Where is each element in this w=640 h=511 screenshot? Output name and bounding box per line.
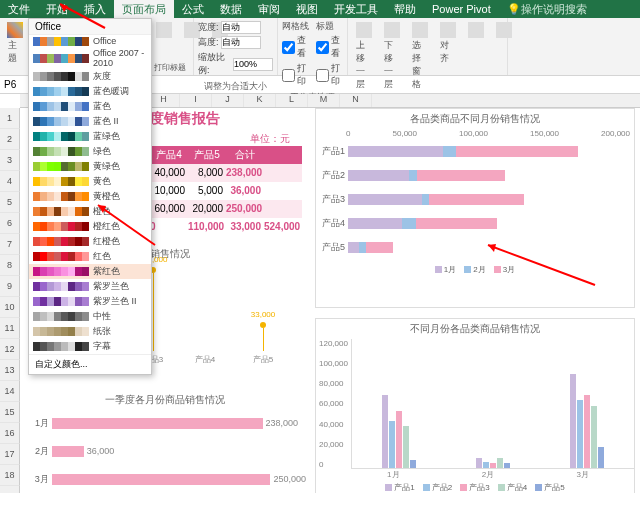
row-header[interactable]: 15 bbox=[0, 402, 20, 423]
chart-grouped-bar[interactable]: 不同月份各品类商品销售情况 020,00040,00060,00080,0001… bbox=[315, 318, 635, 493]
chart-monthly-bar[interactable]: 一季度各月份商品销售情况 1月238,0002月36,0003月250,000 bbox=[20, 390, 310, 493]
chart-stacked-bar[interactable]: 各品类商品不同月份销售情况 050,000100,000150,000200,0… bbox=[315, 108, 635, 308]
tab-help[interactable]: 帮助 bbox=[386, 0, 424, 18]
bar: 3月250,000 bbox=[24, 470, 306, 488]
color-theme-option[interactable]: 橙红色 bbox=[29, 219, 151, 234]
tab-developer[interactable]: 开发工具 bbox=[326, 0, 386, 18]
row-header[interactable]: 2 bbox=[0, 129, 20, 150]
color-theme-option[interactable]: 灰度 bbox=[29, 69, 151, 84]
gridlines-view-check[interactable] bbox=[282, 41, 295, 54]
breaks-icon bbox=[156, 22, 172, 38]
row-header[interactable]: 5 bbox=[0, 192, 20, 213]
rotate-icon bbox=[496, 22, 512, 38]
row-header[interactable]: 9 bbox=[0, 276, 20, 297]
send-backward-icon bbox=[384, 22, 400, 38]
table-row: 0110,00033,000524,000 bbox=[150, 218, 302, 236]
align-button[interactable]: 对齐 bbox=[436, 20, 460, 93]
col-header[interactable]: H bbox=[148, 94, 180, 107]
row-header[interactable]: 8 bbox=[0, 255, 20, 276]
color-theme-option[interactable]: 中性 bbox=[29, 309, 151, 324]
tab-formulas[interactable]: 公式 bbox=[174, 0, 212, 18]
col-header[interactable]: I bbox=[180, 94, 212, 107]
row-header[interactable]: 18 bbox=[0, 465, 20, 486]
row-header[interactable]: 11 bbox=[0, 318, 20, 339]
row-header[interactable]: 10 bbox=[0, 297, 20, 318]
color-theme-option[interactable]: Office bbox=[29, 35, 151, 47]
themes-button[interactable]: 主题 bbox=[4, 20, 25, 67]
tab-powerpivot[interactable]: Power Pivot bbox=[424, 0, 499, 18]
headings-view-check[interactable] bbox=[316, 41, 329, 54]
table-row: 40,0008,000238,000 bbox=[150, 164, 302, 182]
breaks-button[interactable] bbox=[152, 20, 176, 41]
row-header[interactable]: 17 bbox=[0, 444, 20, 465]
send-backward-button[interactable]: 下移一层 bbox=[380, 20, 404, 93]
color-theme-option[interactable]: Office 2007 - 2010 bbox=[29, 47, 151, 69]
chart-title: 一季度各月份商品销售情况 bbox=[20, 390, 310, 410]
headings-label: 标题 bbox=[316, 20, 344, 33]
row-header[interactable]: 19 bbox=[0, 486, 20, 493]
color-theme-option[interactable]: 蓝色 II bbox=[29, 114, 151, 129]
width-input[interactable] bbox=[221, 21, 261, 34]
color-theme-option[interactable]: 黄绿色 bbox=[29, 159, 151, 174]
th-total: 合计 bbox=[226, 146, 264, 164]
bar-group bbox=[476, 458, 510, 468]
scale-label: 缩放比例: bbox=[198, 51, 231, 77]
tab-home[interactable]: 开始 bbox=[38, 0, 76, 18]
color-theme-option[interactable]: 纸张 bbox=[29, 324, 151, 339]
color-theme-option[interactable]: 红橙色 bbox=[29, 234, 151, 249]
tab-page-layout[interactable]: 页面布局 bbox=[114, 0, 174, 18]
col-header[interactable]: K bbox=[244, 94, 276, 107]
bar: 2月36,000 bbox=[24, 442, 306, 460]
tab-insert[interactable]: 插入 bbox=[76, 0, 114, 18]
row-header[interactable]: 4 bbox=[0, 171, 20, 192]
row-header[interactable]: 7 bbox=[0, 234, 20, 255]
report-title: 度销售报告 bbox=[150, 110, 220, 128]
tab-view[interactable]: 视图 bbox=[288, 0, 326, 18]
color-theme-option[interactable]: 黄色 bbox=[29, 174, 151, 189]
headings-print-check[interactable] bbox=[316, 69, 329, 82]
chart-legend: 产品1产品2产品3产品4产品5 bbox=[316, 480, 634, 493]
row-header[interactable]: 16 bbox=[0, 423, 20, 444]
row-header[interactable]: 1 bbox=[0, 108, 20, 129]
col-header[interactable]: L bbox=[276, 94, 308, 107]
table-row: 60,00020,000250,000 bbox=[150, 200, 302, 218]
bring-forward-button[interactable]: 上移一层 bbox=[352, 20, 376, 93]
row-header[interactable]: 12 bbox=[0, 339, 20, 360]
color-theme-option[interactable]: 紫红色 bbox=[29, 264, 151, 279]
tab-data[interactable]: 数据 bbox=[212, 0, 250, 18]
custom-colors-button[interactable]: 自定义颜色... bbox=[29, 354, 151, 374]
color-theme-dropdown[interactable]: Office OfficeOffice 2007 - 2010灰度蓝色暖调蓝色蓝… bbox=[28, 18, 152, 375]
data-table: 产品4 产品5 合计 40,0008,000238,000 10,0005,00… bbox=[150, 146, 302, 236]
color-theme-option[interactable]: 黄橙色 bbox=[29, 189, 151, 204]
tab-file[interactable]: 文件 bbox=[0, 0, 38, 18]
rotate-button[interactable] bbox=[492, 20, 516, 93]
selection-pane-button[interactable]: 选择窗格 bbox=[408, 20, 432, 93]
row-header[interactable]: 6 bbox=[0, 213, 20, 234]
col-header[interactable]: M bbox=[308, 94, 340, 107]
row-header[interactable]: 3 bbox=[0, 150, 20, 171]
row-header[interactable]: 13 bbox=[0, 360, 20, 381]
width-label: 宽度: bbox=[198, 21, 219, 34]
tell-me[interactable]: 💡 操作说明搜索 bbox=[499, 0, 595, 18]
bar: 产品4 bbox=[320, 214, 628, 232]
color-theme-option[interactable]: 字幕 bbox=[29, 339, 151, 354]
chart-title: 各品类商品不同月份销售情况 bbox=[316, 109, 634, 129]
row-headers: 123456789101112131415161718192021 bbox=[0, 108, 20, 493]
color-theme-option[interactable]: 蓝色 bbox=[29, 99, 151, 114]
row-header[interactable]: 14 bbox=[0, 381, 20, 402]
color-theme-option[interactable]: 绿色 bbox=[29, 144, 151, 159]
color-theme-option[interactable]: 橙色 bbox=[29, 204, 151, 219]
gridlines-print-check[interactable] bbox=[282, 69, 295, 82]
color-theme-option[interactable]: 紫罗兰色 II bbox=[29, 294, 151, 309]
bar-group bbox=[382, 395, 416, 468]
group-button[interactable] bbox=[464, 20, 488, 93]
color-theme-option[interactable]: 红色 bbox=[29, 249, 151, 264]
col-header[interactable]: N bbox=[340, 94, 372, 107]
color-theme-option[interactable]: 蓝色暖调 bbox=[29, 84, 151, 99]
color-theme-option[interactable]: 蓝绿色 bbox=[29, 129, 151, 144]
height-input[interactable] bbox=[221, 36, 261, 49]
tab-review[interactable]: 审阅 bbox=[250, 0, 288, 18]
col-header[interactable]: J bbox=[212, 94, 244, 107]
color-theme-option[interactable]: 紫罗兰色 bbox=[29, 279, 151, 294]
scale-input[interactable] bbox=[233, 58, 273, 71]
